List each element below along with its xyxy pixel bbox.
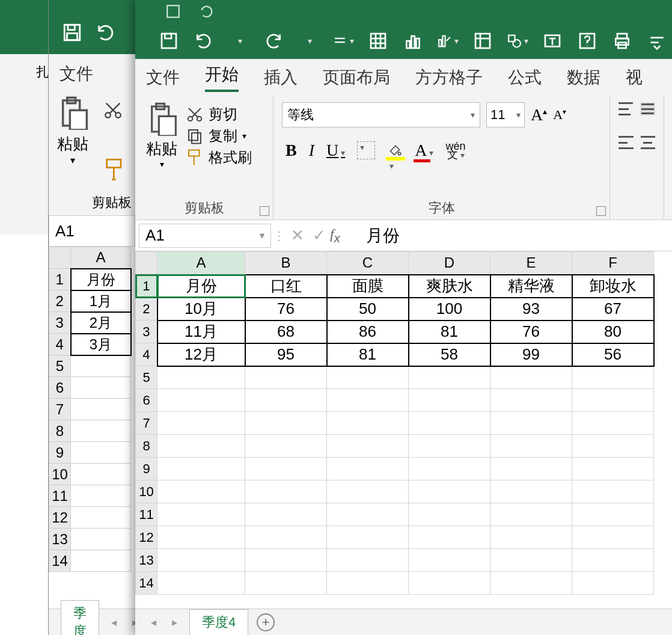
save-icon[interactable] bbox=[158, 30, 180, 52]
cell[interactable]: 50 bbox=[327, 298, 409, 321]
font-name-select[interactable]: 等线▾ bbox=[282, 102, 480, 127]
cell[interactable]: 100 bbox=[409, 298, 490, 321]
cell[interactable] bbox=[409, 526, 490, 549]
cell[interactable]: 56 bbox=[572, 343, 654, 366]
row-header[interactable]: 5 bbox=[136, 366, 157, 389]
chevron-down-icon[interactable]: ▾ bbox=[242, 131, 246, 141]
row-header[interactable]: 7 bbox=[49, 399, 71, 420]
menu-insert[interactable]: 插入 bbox=[264, 66, 298, 89]
tab-nav-prev[interactable]: ◂ bbox=[108, 616, 120, 629]
font-size-select[interactable]: 11▾ bbox=[486, 102, 525, 127]
cell[interactable]: 76 bbox=[490, 321, 572, 343]
row-header[interactable]: 7 bbox=[136, 412, 157, 435]
menu-view[interactable]: 视 bbox=[626, 66, 643, 89]
cell[interactable] bbox=[71, 399, 131, 420]
cell[interactable]: 精华液 bbox=[490, 275, 572, 298]
column-header-E[interactable]: E bbox=[490, 252, 572, 275]
row-header[interactable]: 9 bbox=[136, 458, 157, 480]
row-header[interactable]: 8 bbox=[136, 435, 157, 458]
cell[interactable]: 76 bbox=[245, 298, 327, 321]
cell[interactable] bbox=[572, 435, 654, 458]
fill-color-button[interactable] bbox=[387, 143, 403, 158]
cell[interactable] bbox=[490, 435, 572, 458]
increase-font-icon[interactable]: A▴ bbox=[531, 105, 547, 124]
copy-button[interactable]: 复制 ▾ bbox=[186, 126, 252, 146]
cell[interactable]: 68 bbox=[245, 321, 327, 343]
column-header-C[interactable]: C bbox=[327, 252, 409, 275]
cell[interactable] bbox=[572, 526, 654, 549]
group-launcher-icon[interactable] bbox=[596, 206, 606, 216]
format-painter-icon[interactable] bbox=[103, 158, 127, 184]
shapes-icon[interactable] bbox=[507, 30, 528, 52]
cell[interactable] bbox=[157, 366, 245, 389]
cell[interactable]: 67 bbox=[572, 298, 654, 321]
menu-data[interactable]: 数据 bbox=[567, 66, 600, 89]
cell[interactable] bbox=[157, 549, 245, 572]
cell[interactable] bbox=[490, 503, 572, 526]
align-center-icon[interactable] bbox=[641, 136, 656, 149]
cell[interactable] bbox=[157, 435, 245, 458]
cell[interactable] bbox=[157, 480, 245, 503]
cell[interactable] bbox=[157, 526, 245, 549]
cell[interactable]: 93 bbox=[490, 298, 572, 321]
cell[interactable] bbox=[245, 549, 327, 572]
table-icon[interactable] bbox=[367, 30, 389, 52]
decrease-font-icon[interactable]: A▾ bbox=[553, 107, 566, 123]
cell[interactable] bbox=[409, 412, 490, 435]
cell[interactable]: 81 bbox=[327, 343, 409, 366]
row-header[interactable]: 14 bbox=[49, 550, 71, 572]
cell[interactable] bbox=[409, 366, 490, 389]
cell[interactable] bbox=[409, 572, 490, 595]
freeze-icon[interactable] bbox=[472, 30, 493, 52]
cell[interactable]: 口红 bbox=[245, 275, 327, 298]
paste-button[interactable]: 粘贴 ▾ bbox=[55, 96, 91, 166]
cell[interactable] bbox=[327, 412, 409, 435]
menu-file[interactable]: 文件 bbox=[49, 54, 135, 91]
save-icon[interactable] bbox=[61, 21, 84, 44]
cut-icon[interactable] bbox=[103, 100, 123, 123]
print-icon[interactable] bbox=[611, 30, 633, 52]
cell[interactable] bbox=[409, 458, 490, 480]
row-header[interactable]: 4 bbox=[136, 343, 157, 366]
column-header-D[interactable]: D bbox=[409, 252, 490, 275]
name-box[interactable]: A1 bbox=[49, 215, 135, 247]
cell[interactable] bbox=[327, 526, 409, 549]
cell[interactable] bbox=[490, 480, 572, 503]
chart-type-icon[interactable] bbox=[437, 30, 459, 52]
italic-button[interactable]: I bbox=[309, 141, 314, 160]
help-icon[interactable] bbox=[576, 30, 598, 52]
cell[interactable] bbox=[327, 549, 409, 572]
row-header[interactable]: 14 bbox=[136, 572, 157, 595]
redo-dropdown[interactable] bbox=[298, 30, 319, 52]
row-header[interactable]: 3 bbox=[49, 312, 71, 334]
enter-icon[interactable]: ✓ bbox=[308, 226, 330, 245]
row-header[interactable]: 5 bbox=[49, 355, 71, 377]
cell[interactable] bbox=[409, 389, 490, 412]
chevron-down-icon[interactable]: ▾ bbox=[144, 159, 180, 169]
chevron-down-icon[interactable]: ▾ bbox=[55, 155, 91, 166]
cell[interactable] bbox=[71, 550, 131, 572]
row-header[interactable]: 8 bbox=[49, 420, 71, 442]
cell[interactable]: 面膜 bbox=[327, 275, 409, 298]
name-box[interactable]: A1▾ bbox=[139, 224, 271, 248]
menu-formula[interactable]: 公式 bbox=[508, 66, 542, 89]
cell[interactable] bbox=[245, 458, 327, 480]
cell[interactable] bbox=[327, 435, 409, 458]
cell[interactable]: 81 bbox=[409, 321, 490, 343]
cell[interactable] bbox=[71, 507, 131, 529]
cell[interactable] bbox=[490, 526, 572, 549]
cell[interactable]: 月份 bbox=[157, 275, 245, 298]
column-header-A[interactable]: A bbox=[157, 252, 245, 275]
cell[interactable]: 月份 bbox=[71, 269, 131, 290]
tab-nav-prev[interactable]: ◂ bbox=[147, 616, 160, 629]
column-header-F[interactable]: F bbox=[572, 252, 654, 275]
cell[interactable] bbox=[157, 503, 245, 526]
row-header[interactable]: 13 bbox=[136, 549, 157, 572]
chart-icon[interactable] bbox=[402, 30, 424, 52]
cell[interactable] bbox=[157, 412, 245, 435]
align-left-icon[interactable] bbox=[619, 136, 634, 149]
formula-value[interactable]: 月份 bbox=[354, 224, 400, 247]
cell[interactable] bbox=[572, 389, 654, 412]
cell[interactable] bbox=[327, 458, 409, 480]
row-header[interactable]: 6 bbox=[49, 377, 71, 399]
